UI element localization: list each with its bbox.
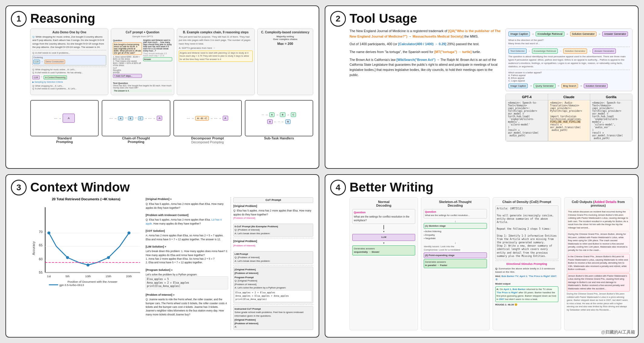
tool-pipeline-diagram: Image Caption → Knowledge Retrieval → So…	[505, 28, 632, 91]
claude-header: Claude	[548, 94, 590, 100]
panel-auto-demo: Auto Demo One by One Q: While shopping f…	[30, 28, 108, 95]
accuracy-graph-area: 20 Total Retrieved Documents (~4K tokens…	[30, 197, 142, 330]
graph-title: 20 Total Retrieved Documents (~4K tokens…	[30, 197, 142, 201]
cod-outputs-title: CoD Outputs (Added Details from previous…	[567, 200, 630, 207]
normal-decoding-title: NormalDecoding	[352, 200, 415, 207]
svg-text:15th: 15th	[106, 275, 111, 278]
panel-complex-chain-title: B. Example complex chain, 9 reasoning st…	[179, 31, 253, 34]
prompt-examples: [Original Problem] » Q: Elsa has 5 apple…	[146, 197, 313, 330]
card-content-reasoning: Auto Demo One by One Q: While shopping f…	[30, 28, 313, 162]
card-number-4: 4	[330, 180, 346, 195]
card-title-context-window: Context Window	[30, 180, 313, 194]
panel-auto-demo-title: Auto Demo One by One	[32, 31, 106, 34]
normal-decoding-content: Question What are the settings for confl…	[352, 209, 415, 255]
gpt4-code: <domain>: Speech-to-Text</domain> <api_p…	[506, 100, 548, 141]
panel-complexity-content: Majority-votingOver complex chains Max =…	[259, 35, 311, 45]
panel-cot: CoT prompt + Question Sample from GPT3 Q…	[111, 28, 174, 95]
tool-usage-diagrams: Image Caption → Knowledge Retrieval → So…	[505, 28, 632, 141]
chain-density-title: Chain of Density (CoD) Prompt	[495, 200, 558, 204]
gorilla-code: <domain>: Speech-to-Text</domain> <api_p…	[590, 100, 632, 141]
card-number-1: 1	[11, 11, 27, 27]
panel-complexity-title: C. Complexity-based consistency	[259, 31, 311, 34]
svg-point-19	[87, 264, 90, 267]
svg-point-17	[48, 231, 51, 235]
panel-complex-chain: B. Example complex chain, 9 reasoning st…	[177, 28, 255, 95]
svg-point-18	[66, 256, 69, 259]
tool-usage-text: The New England Journal of Medicine is a…	[350, 28, 502, 141]
svg-text:1st: 1st	[47, 275, 51, 278]
skeleton-thought-title: Skeleton-of-ThoughtDecoding	[424, 200, 487, 207]
svg-text:55: 55	[39, 271, 42, 274]
panel-auto-demo-content: Q: While shopping for music online, Zoe …	[32, 35, 106, 90]
decomposer-prompting-label: Decomposer Prompt	[173, 136, 242, 140]
subtask-prompting-label: Sub-Task Handlers	[245, 136, 313, 140]
skeleton-thought-content: Question What are the settings for confl…	[424, 209, 487, 268]
svg-text:Position of Document with the : Position of Document with the Answer	[67, 280, 118, 283]
card-title-tool-usage: Tool Usage	[350, 12, 632, 25]
cot-prompting-box: ··· → A → B → C → ··· →	[102, 100, 170, 144]
subtask-prompting-box: ··· → A → B → C A ← ···	[245, 100, 313, 144]
card-title-better-writing: Better Writing	[350, 180, 632, 194]
panel-complexity: C. Complexity-based consistency Majority…	[257, 28, 313, 95]
cot-prompts: CoT Prompt [Original Problem] Q: Elsa ha…	[231, 197, 313, 330]
card-reasoning: 1 Reasoning Auto Demo One by One Q: Whil…	[5, 5, 319, 169]
svg-point-21	[127, 231, 130, 235]
gorilla-header: Gorilla	[590, 94, 632, 100]
cot-prompting-label: Chain-of-ThoughtPrompting	[102, 136, 170, 144]
panel-cot-title: CoT prompt + Question	[113, 31, 172, 34]
card-context-window: 3 Context Window 20 Total Retrieved Docu…	[5, 174, 319, 338]
svg-point-20	[107, 256, 110, 259]
standard-prompting-label: StandardPrompting	[30, 136, 99, 144]
standard-prompting-box: ··· → A StandardPrompting	[30, 100, 99, 144]
card-content-context-window: 20 Total Retrieved Documents (~4K tokens…	[30, 197, 313, 330]
card-number-3: 3	[11, 180, 27, 195]
chain-density-content: Article: {ARTICLE} You will generate inc…	[495, 205, 558, 306]
panel-complex-chain-content: The pot went bad for purpose. They still…	[179, 35, 253, 62]
prompting-diagrams: ··· → A StandardPrompting ··· →	[30, 100, 313, 144]
cod-outputs-panel: CoD Outputs (Added Details from previous…	[564, 197, 632, 330]
decomposer-prompting-box: ··· → A→B→C → ··· → A Decomposer Prompt …	[173, 100, 242, 144]
cod-outputs-content: This article discusses an incident that …	[567, 209, 630, 311]
card-content-tool-usage: The New England Journal of Medicine is a…	[350, 28, 632, 162]
card-title-reasoning: Reasoning	[30, 12, 313, 25]
decomposed-prompting-sublabel: Decomposed Prompting	[173, 141, 242, 144]
card-tool-usage: 2 Tool Usage The New England Journal of …	[325, 5, 639, 169]
card-content-better-writing: NormalDecoding Question What are the set…	[350, 197, 632, 330]
gpt4-header: GPT-4	[506, 94, 548, 100]
chain-density-panel: Chain of Density (CoD) Prompt Article: {…	[493, 197, 561, 330]
normal-decoding-panel: NormalDecoding Question What are the set…	[350, 197, 418, 330]
card-better-writing: 4 Better Writing NormalDecoding Question…	[325, 174, 639, 338]
svg-text:70: 70	[39, 230, 42, 234]
svg-text:65: 65	[39, 243, 42, 247]
accuracy-graph-svg: 55 60 65 70 1st 5th 10th 15th 20th	[30, 202, 142, 287]
svg-text:gpt-3.5-turbo-0613: gpt-3.5-turbo-0613	[59, 283, 84, 287]
svg-text:60: 60	[39, 257, 42, 261]
watermark: @归藏的AI工具箱	[601, 330, 635, 335]
skeleton-thought-panel: Skeleton-of-ThoughtDecoding Question Wha…	[421, 197, 489, 330]
svg-text:10th: 10th	[85, 275, 91, 278]
card-number-2: 2	[330, 11, 346, 27]
svg-text:5th: 5th	[65, 275, 70, 278]
model-comparison: GPT-4 Claude Gorilla <domain>: Speech-to…	[505, 94, 632, 142]
claude-code: <domain>: Audio-Translation</domain> <ap…	[548, 100, 590, 141]
svg-text:20th: 20th	[126, 275, 132, 278]
svg-text:Accuracy: Accuracy	[32, 241, 35, 255]
problem-variations: [Original Problem] » Q: Elsa has 5 apple…	[146, 197, 228, 330]
